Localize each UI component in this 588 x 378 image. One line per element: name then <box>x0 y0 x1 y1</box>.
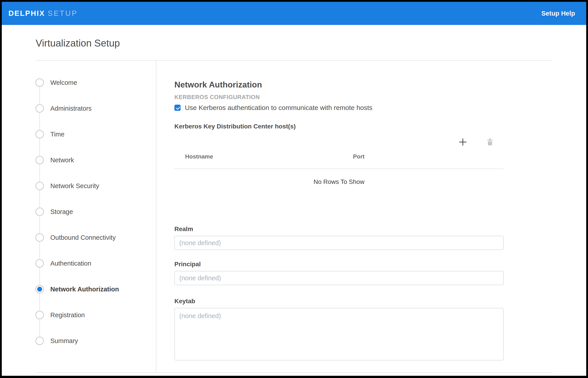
brand-suffix: SETUP <box>48 9 78 18</box>
sidebar-item-label: Registration <box>50 311 85 319</box>
step-circle-icon <box>35 78 44 87</box>
no-rows-message: No Rows To Show <box>174 178 504 185</box>
kdc-table-header: Hostname Port <box>174 159 504 169</box>
sidebar-item-label: Network Authorization <box>50 286 119 293</box>
brand-logo: DELPHIX SETUP <box>8 9 78 18</box>
sidebar-item-network[interactable]: Network <box>36 147 156 173</box>
sidebar-item-label: Welcome <box>50 79 77 86</box>
page-title: Virtualization Setup <box>36 38 586 49</box>
sidebar-item-network-security[interactable]: Network Security <box>36 173 156 199</box>
sidebar-item-label: Administrators <box>50 105 92 112</box>
sidebar-item-administrators[interactable]: Administrators <box>36 95 156 121</box>
sidebar-item-label: Network <box>50 157 74 164</box>
sidebar-item-outbound-connectivity[interactable]: Outbound Connectivity <box>36 225 156 250</box>
add-kdc-host-button[interactable] <box>458 137 468 148</box>
sidebar-item-time[interactable]: Time <box>36 121 156 147</box>
app-header: DELPHIX SETUP Setup Help <box>2 2 586 25</box>
section-heading: Network Authorization <box>174 80 504 90</box>
step-circle-icon <box>35 337 44 345</box>
wizard-sidebar: Welcome Administrators Time Network Netw… <box>36 61 156 372</box>
delete-kdc-host-button[interactable] <box>486 137 494 147</box>
sidebar-item-label: Summary <box>50 337 78 345</box>
sidebar-item-registration[interactable]: Registration <box>36 302 156 328</box>
step-circle-icon <box>35 233 44 242</box>
keytab-textarea[interactable] <box>174 308 504 360</box>
realm-label: Realm <box>174 226 504 233</box>
realm-input[interactable] <box>174 236 504 250</box>
sidebar-item-welcome[interactable]: Welcome <box>36 70 156 95</box>
brand-name: DELPHIX <box>8 9 45 18</box>
main-panel: Network Authorization KERBEROS CONFIGURA… <box>156 61 504 372</box>
setup-help-link[interactable]: Setup Help <box>541 10 575 17</box>
sidebar-item-label: Authentication <box>50 260 91 267</box>
app-window: DELPHIX SETUP Setup Help Virtualization … <box>2 2 586 376</box>
page-body: Welcome Administrators Time Network Netw… <box>36 60 553 373</box>
use-kerberos-checkbox[interactable] <box>174 105 181 111</box>
sidebar-item-label: Time <box>50 131 64 138</box>
kerberos-configuration-subheading: KERBEROS CONFIGURATION <box>174 94 504 100</box>
keytab-label: Keytab <box>174 298 504 305</box>
kdc-hosts-label: Kerberos Key Distribution Center host(s) <box>174 123 504 130</box>
sidebar-item-summary[interactable]: Summary <box>36 328 156 354</box>
principal-input[interactable] <box>174 271 504 285</box>
step-circle-icon <box>35 207 44 216</box>
sidebar-item-label: Network Security <box>50 182 99 190</box>
step-circle-icon <box>35 259 44 268</box>
step-circle-icon <box>35 311 44 319</box>
sidebar-item-authentication[interactable]: Authentication <box>36 250 156 276</box>
kdc-grid-toolbar <box>174 136 504 148</box>
step-circle-icon <box>35 104 44 113</box>
hostname-column-header: Hostname <box>185 153 213 160</box>
step-circle-icon <box>35 130 44 138</box>
kerberos-checkbox-row: Use Kerberos authentication to communica… <box>174 104 504 111</box>
sidebar-item-storage[interactable]: Storage <box>36 199 156 225</box>
step-circle-icon <box>35 285 44 293</box>
principal-label: Principal <box>174 261 504 268</box>
sidebar-item-network-authorization[interactable]: Network Authorization <box>36 276 156 302</box>
sidebar-item-label: Storage <box>50 208 73 216</box>
step-circle-icon <box>35 156 44 164</box>
trash-icon <box>487 138 493 146</box>
use-kerberos-checkbox-label: Use Kerberos authentication to communica… <box>185 104 372 111</box>
plus-icon <box>459 138 467 147</box>
step-circle-icon <box>35 182 44 190</box>
sidebar-item-label: Outbound Connectivity <box>50 234 116 241</box>
port-column-header: Port <box>353 153 365 160</box>
